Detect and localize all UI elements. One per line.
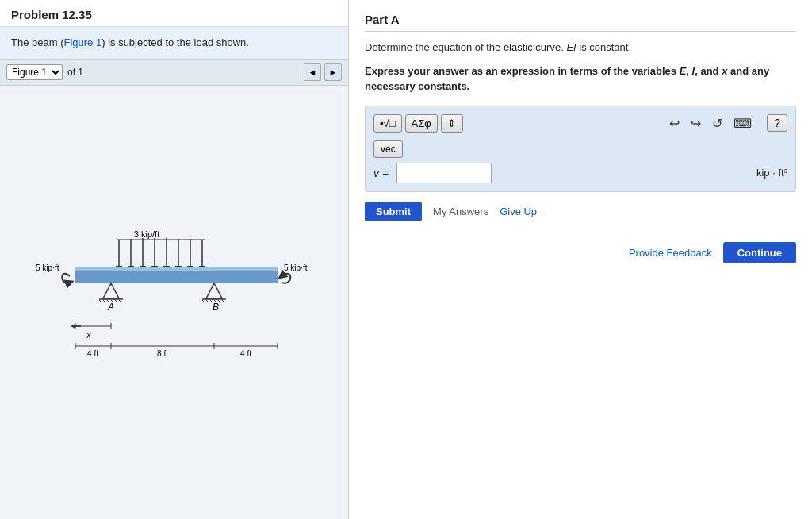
submit-button[interactable]: Submit [365,202,422,221]
figure-of-label: of 1 [67,67,83,78]
redo-btn[interactable]: ↪ [688,114,703,133]
svg-text:5 kip·ft: 5 kip·ft [284,263,308,272]
math-unit: kip · ft³ [756,167,787,179]
problem-title: Problem 12.35 [0,0,348,27]
figure-canvas: 3 kip/ft [0,86,348,520]
svg-text:A: A [106,302,113,313]
my-answers-link[interactable]: My Answers [433,206,488,217]
math-toolbar: ▪√□ ΑΣφ ⇕ ↩ ↪ ↺ ⌨ ? [373,114,787,133]
part-description: Determine the equation of the elastic cu… [365,40,796,56]
resize-btn[interactable]: ⇕ [441,114,463,133]
symbol-btn[interactable]: ΑΣφ [405,114,438,133]
sqrt-icon: ▪√□ [380,117,396,129]
vec-row: vec [373,140,787,158]
svg-text:8 ft: 8 ft [157,349,168,358]
part-instruction: Express your answer as an expression in … [365,63,796,94]
svg-line-28 [222,300,224,302]
svg-text:3 kip/ft: 3 kip/ft [133,229,159,239]
svg-marker-12 [103,283,119,298]
right-panel: Part A Determine the equation of the ela… [349,0,812,519]
svg-line-23 [202,300,205,302]
figure-next-button[interactable]: ► [324,63,342,81]
vec-btn[interactable]: vec [373,140,403,158]
figure-link[interactable]: Figure 1 [63,37,102,48]
figure-selector-bar: Figure 1 of 1 ◄ ► [0,60,348,86]
svg-line-24 [206,300,209,302]
figure-select[interactable]: Figure 1 [6,64,63,80]
beam-svg: 3 kip/ft [32,223,317,382]
svg-line-15 [103,300,105,302]
sigma-icon: ΑΣφ [412,117,431,129]
bottom-row: Provide Feedback Continue [365,242,796,263]
description-text: The beam ( [11,37,63,48]
action-row: Submit My Answers Give Up [365,202,796,221]
description-text2: ) is subjected to the load shown. [102,37,249,48]
svg-text:4 ft: 4 ft [87,349,98,358]
continue-button[interactable]: Continue [723,242,796,263]
svg-line-18 [115,300,117,302]
svg-text:x: x [86,331,91,340]
keyboard-btn[interactable]: ⌨ [731,114,754,133]
figure-prev-button[interactable]: ◄ [304,63,321,81]
answer-input[interactable] [396,163,492,183]
svg-text:B: B [212,302,218,313]
svg-text:4 ft: 4 ft [240,349,251,358]
svg-rect-11 [75,267,278,271]
math-input-area: ▪√□ ΑΣφ ⇕ ↩ ↪ ↺ ⌨ ? vec v = kip · ft³ [365,106,796,192]
svg-text:5 kip·ft: 5 kip·ft [36,263,59,272]
math-lhs: v = [373,167,389,179]
part-label: Part A [365,13,796,32]
sqrt-btn[interactable]: ▪√□ [373,114,402,133]
math-input-row: v = kip · ft³ [373,163,787,183]
svg-line-14 [99,300,102,302]
math-toolbar-right: ↩ ↪ ↺ ⌨ ? [667,114,787,133]
undo-btn[interactable]: ↩ [667,114,682,133]
resize-icon: ⇕ [447,117,456,129]
help-btn[interactable]: ? [767,114,787,132]
give-up-link[interactable]: Give Up [500,206,537,217]
svg-rect-10 [75,269,278,283]
svg-marker-21 [206,283,222,298]
svg-line-19 [119,300,121,302]
problem-description: The beam (Figure 1) is subjected to the … [0,27,348,60]
reset-btn[interactable]: ↺ [710,114,725,133]
provide-feedback-link[interactable]: Provide Feedback [629,247,712,259]
